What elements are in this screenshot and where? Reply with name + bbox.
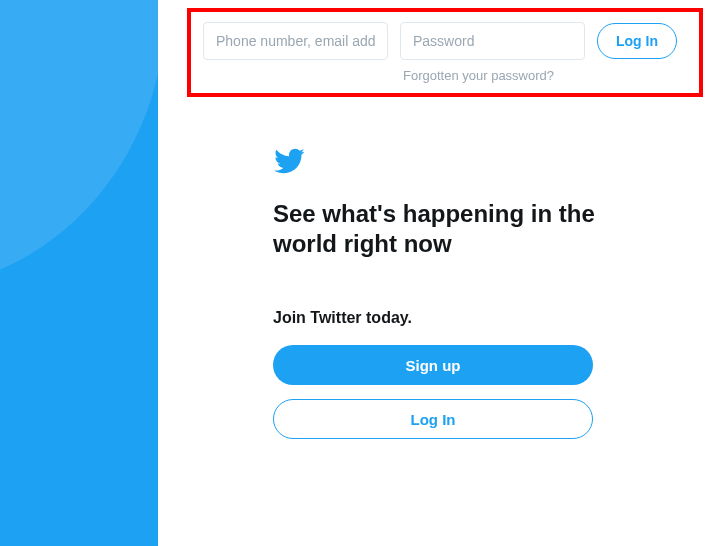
top-login-bar: Log In Forgotten your password?	[187, 8, 703, 97]
signup-button[interactable]: Sign up	[273, 345, 593, 385]
content-block: See what's happening in the world right …	[273, 145, 598, 453]
join-text: Join Twitter today.	[273, 309, 598, 327]
top-login-button[interactable]: Log In	[597, 23, 677, 59]
username-input[interactable]	[203, 22, 388, 60]
twitter-bird-icon	[273, 145, 305, 177]
left-brand-panel	[0, 0, 158, 546]
forgot-password-link[interactable]: Forgotten your password?	[403, 68, 554, 83]
password-input[interactable]	[400, 22, 585, 60]
login-button[interactable]: Log In	[273, 399, 593, 439]
twitter-bird-icon	[0, 0, 158, 350]
headline: See what's happening in the world right …	[273, 199, 598, 259]
